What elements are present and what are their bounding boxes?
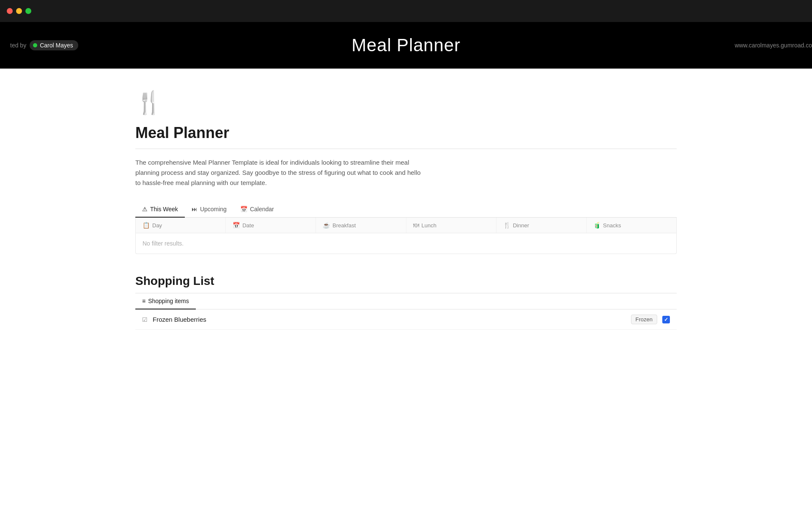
traffic-lights [7, 8, 31, 14]
date-col-icon: 📅 [233, 222, 240, 229]
lunch-col-icon: 🍽 [413, 222, 419, 229]
col-breakfast: ☕ Breakfast [316, 218, 406, 233]
author-status-dot [33, 43, 37, 47]
page-description: The comprehensive Meal Planner Template … [135, 157, 423, 188]
col-snacks: 🧃 Snacks [587, 218, 676, 233]
col-day-label: Day [152, 222, 162, 229]
calendar-icon: 📅 [240, 206, 247, 213]
col-date: 📅 Date [226, 218, 316, 233]
shopping-items-icon: ≡ [142, 298, 145, 304]
header-left: ted by Carol Mayes [10, 40, 78, 50]
tab-upcoming-label: Upcoming [200, 206, 227, 213]
col-snacks-label: Snacks [603, 222, 621, 229]
tab-shopping-items[interactable]: ≡ Shopping items [135, 293, 196, 309]
list-item-icon: ☑ [142, 316, 148, 323]
frozen-badge: Frozen [631, 315, 657, 324]
shopping-tab-label: Shopping items [148, 298, 189, 304]
maximize-button[interactable] [25, 8, 31, 14]
shopping-list-title: Shopping List [135, 274, 677, 288]
col-date-label: Date [242, 222, 254, 229]
day-col-icon: 📋 [143, 222, 150, 229]
close-button[interactable] [7, 8, 13, 14]
header-bar: ted by Carol Mayes Meal Planner www.caro… [0, 22, 812, 69]
col-lunch-label: Lunch [422, 222, 436, 229]
meal-table: 📋 Day 📅 Date ☕ Breakfast 🍽 Lunch 🍴 Dinne… [135, 218, 677, 254]
main-content: 🍴 Meal Planner The comprehensive Meal Pl… [110, 69, 702, 347]
title-divider [135, 149, 677, 149]
tab-this-week-label: This Week [150, 206, 178, 213]
list-item: ☑ Frozen Blueberries Frozen ✓ [135, 309, 677, 330]
col-day: 📋 Day [136, 218, 226, 233]
tab-calendar-label: Calendar [250, 206, 274, 213]
author-badge[interactable]: Carol Mayes [30, 40, 78, 50]
minimize-button[interactable] [16, 8, 22, 14]
snacks-col-icon: 🧃 [593, 222, 601, 229]
this-week-icon: ⚠ [142, 206, 148, 213]
tab-this-week[interactable]: ⚠ This Week [135, 202, 185, 218]
no-results-message: No filter results. [136, 233, 676, 254]
col-lunch: 🍽 Lunch [406, 218, 497, 233]
titlebar [0, 0, 812, 22]
col-breakfast-label: Breakfast [332, 222, 356, 229]
cutlery-icon: 🍴 [135, 90, 163, 116]
header-url: www.carolmayes.gumroad.co [735, 42, 812, 49]
col-dinner: 🍴 Dinner [497, 218, 587, 233]
created-by-label: ted by [10, 42, 26, 49]
cutlery-icon-area: 🍴 [135, 90, 677, 116]
dinner-col-icon: 🍴 [503, 222, 510, 229]
col-dinner-label: Dinner [513, 222, 529, 229]
page-title: Meal Planner [135, 124, 677, 142]
tab-upcoming[interactable]: ⏭ Upcoming [185, 202, 233, 218]
tab-calendar[interactable]: 📅 Calendar [233, 202, 281, 218]
table-header: 📋 Day 📅 Date ☕ Breakfast 🍽 Lunch 🍴 Dinne… [136, 218, 676, 233]
header-title: Meal Planner [351, 35, 461, 55]
author-name: Carol Mayes [40, 42, 73, 49]
checkmark-icon: ✓ [664, 317, 668, 323]
meal-planner-tabs: ⚠ This Week ⏭ Upcoming 📅 Calendar [135, 202, 677, 218]
item-checkbox[interactable]: ✓ [662, 316, 670, 323]
breakfast-col-icon: ☕ [323, 222, 330, 229]
list-item-label: Frozen Blueberries [153, 316, 626, 323]
shopping-tabs: ≡ Shopping items [135, 293, 677, 309]
upcoming-icon: ⏭ [192, 206, 198, 213]
